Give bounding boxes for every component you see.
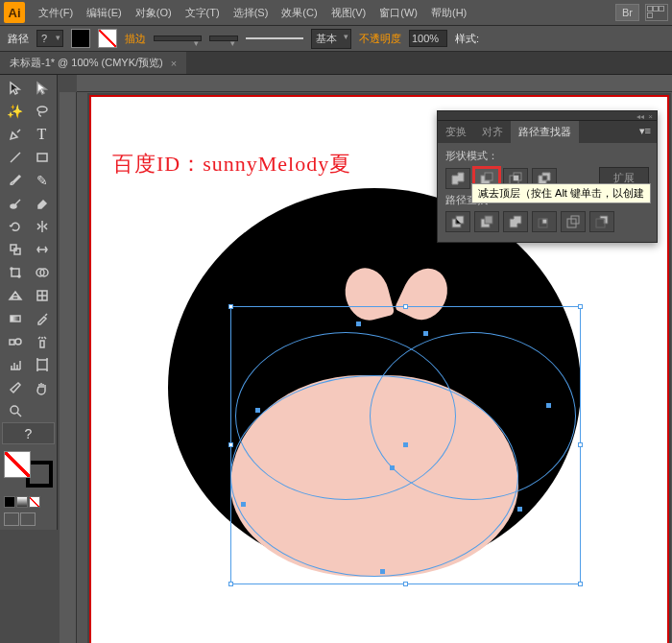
width-tool[interactable] (29, 238, 55, 260)
menu-file[interactable]: 文件(F) (33, 3, 79, 23)
tooltip: 减去顶层（按住 Alt 键单击，以创建 (471, 183, 651, 203)
line-tool[interactable] (2, 146, 28, 168)
ruler-vertical[interactable] (60, 92, 77, 643)
eyedropper-tool[interactable] (29, 307, 55, 329)
swatch-gradient[interactable] (16, 496, 28, 508)
divide-button[interactable] (445, 211, 470, 232)
options-bar: 路径 ? 描边 基本 不透明度 样式: (0, 25, 672, 52)
lasso-tool[interactable] (29, 100, 55, 122)
var-width[interactable] (209, 36, 238, 41)
help-tool[interactable]: ? (2, 422, 55, 444)
svg-rect-21 (514, 176, 518, 180)
menu-object[interactable]: 对象(O) (130, 3, 178, 23)
menu-help[interactable]: 帮助(H) (425, 3, 472, 23)
watermark-text: 百度ID：sunnyMelody夏 (112, 150, 351, 179)
shape-builder-tool[interactable] (29, 261, 55, 283)
selection-tool[interactable] (2, 77, 28, 99)
eraser-tool[interactable] (29, 192, 55, 214)
panel-titlebar[interactable]: ◂◂× (438, 111, 657, 121)
collapse-icon[interactable]: ◂◂ (636, 112, 644, 119)
opacity-label[interactable]: 不透明度 (359, 32, 401, 46)
menu-edit[interactable]: 编辑(E) (81, 3, 128, 23)
pathfinder-panel: ◂◂× 变换 对齐 路径查找器 ▾≡ 形状模式： 扩展 路径查找 减去顶层（按住… (437, 110, 658, 243)
brush-def[interactable]: 基本 (311, 29, 351, 49)
menu-select[interactable]: 选择(S) (228, 3, 275, 23)
scale-tool[interactable] (2, 238, 28, 260)
svg-rect-26 (542, 219, 547, 224)
type-tool[interactable]: T (29, 123, 55, 145)
graph-tool[interactable] (2, 353, 28, 375)
svg-rect-18 (485, 173, 492, 180)
stroke-weight[interactable] (154, 36, 202, 41)
pencil-tool[interactable]: ✎ (29, 169, 55, 191)
merge-button[interactable] (503, 211, 528, 232)
doc-tabbar: 未标题-1* @ 100% (CMYK/预览) × (0, 52, 672, 75)
free-transform-tool[interactable] (2, 261, 28, 283)
screen-normal[interactable] (4, 512, 19, 526)
tab-align[interactable]: 对齐 (474, 121, 511, 143)
bridge-button[interactable]: Br (615, 4, 639, 21)
rect-tool[interactable] (29, 146, 55, 168)
brush-tool[interactable] (2, 169, 28, 191)
svg-point-7 (18, 275, 20, 277)
path-label: 路径 (8, 32, 29, 46)
menubar: Ai 文件(F) 编辑(E) 对象(O) 文字(T) 选择(S) 效果(C) 视… (0, 0, 672, 25)
blend-tool[interactable] (2, 330, 28, 352)
fill-color[interactable] (4, 451, 31, 478)
tab-pathfinder[interactable]: 路径查找器 (511, 121, 579, 143)
menu-type[interactable]: 文字(T) (180, 3, 226, 23)
svg-rect-15 (37, 360, 47, 369)
svg-rect-1 (37, 154, 47, 161)
arrange-docs-button[interactable] (645, 4, 668, 21)
doc-tab[interactable]: 未标题-1* @ 100% (CMYK/预览) × (0, 52, 186, 74)
pen-tool[interactable] (2, 123, 28, 145)
svg-point-16 (11, 406, 18, 414)
reflect-tool[interactable] (29, 215, 55, 237)
artboard-tool[interactable] (29, 353, 55, 375)
ruler-horizontal[interactable] (77, 75, 672, 92)
stroke-label[interactable]: 描边 (125, 32, 146, 46)
gradient-tool[interactable] (2, 307, 28, 329)
opacity-input[interactable] (409, 30, 447, 47)
slice-tool[interactable] (2, 376, 28, 398)
fill-dropdown[interactable]: ? (36, 30, 63, 47)
fill-stroke-control[interactable] (2, 449, 55, 489)
minus-back-button[interactable] (589, 211, 614, 232)
shape-modes-label: 形状模式： (445, 149, 649, 163)
symbol-sprayer-tool[interactable] (29, 330, 55, 352)
svg-rect-3 (11, 245, 16, 250)
trim-button[interactable] (474, 211, 499, 232)
swatch-color[interactable] (4, 496, 15, 508)
direct-select-tool[interactable] (29, 77, 55, 99)
blob-brush-tool[interactable] (2, 192, 28, 214)
hand-tool[interactable] (29, 376, 55, 398)
brush-preview (246, 37, 303, 39)
zoom-tool[interactable] (2, 399, 28, 421)
svg-point-2 (11, 204, 16, 208)
stroke-swatch[interactable] (98, 29, 117, 48)
tab-transform[interactable]: 变换 (438, 121, 474, 143)
outline-button[interactable] (561, 211, 586, 232)
app-logo: Ai (4, 2, 25, 23)
doc-title: 未标题-1* @ 100% (CMYK/预览) (10, 56, 163, 70)
menu-window[interactable]: 窗口(W) (373, 3, 423, 23)
crop-button[interactable] (532, 211, 557, 232)
svg-rect-4 (14, 249, 20, 254)
rotate-tool[interactable] (2, 215, 28, 237)
swatch-none[interactable] (29, 496, 40, 508)
panel-menu-icon[interactable]: ▾≡ (634, 121, 657, 143)
magic-wand-tool[interactable]: ✨ (2, 100, 28, 122)
panel-tabs: 变换 对齐 路径查找器 ▾≡ (438, 121, 657, 143)
menu-view[interactable]: 视图(V) (325, 3, 372, 23)
svg-point-13 (15, 339, 21, 345)
perspective-tool[interactable] (2, 284, 28, 306)
mesh-tool[interactable] (29, 284, 55, 306)
fill-swatch[interactable] (71, 29, 90, 48)
unite-button[interactable] (445, 168, 470, 189)
close-icon[interactable]: × (648, 112, 653, 119)
close-tab-icon[interactable]: × (171, 58, 177, 69)
menu-effect[interactable]: 效果(C) (276, 3, 323, 23)
color-mode-swatches (4, 496, 40, 508)
screen-full[interactable] (20, 512, 36, 526)
selection-bounds[interactable] (230, 306, 581, 584)
